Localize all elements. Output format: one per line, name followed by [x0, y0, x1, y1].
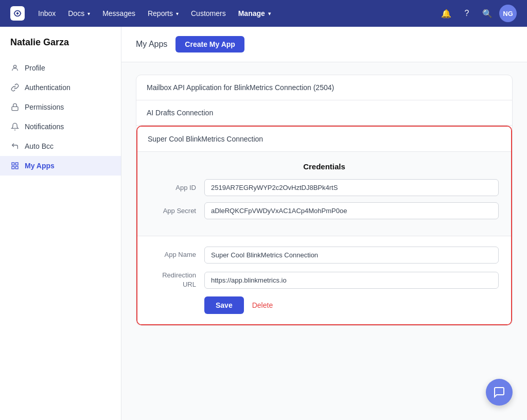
credentials-section: Credentials App ID App Secret: [137, 152, 511, 236]
create-my-app-button[interactable]: Create My App: [175, 36, 244, 52]
page-tab-my-apps[interactable]: My Apps: [136, 40, 167, 49]
svg-rect-5: [12, 166, 14, 169]
main-content: My Apps Create My App Mailbox API Applic…: [121, 27, 527, 420]
help-icon[interactable]: ?: [458, 5, 476, 22]
redirection-input[interactable]: [204, 272, 499, 289]
app-layout: Natalie Garza Profile Authentication Per…: [0, 27, 527, 420]
topnav-icons: 🔔 ? 🔍 NG: [437, 5, 517, 22]
svg-rect-2: [12, 163, 14, 165]
app-name-row: App Name: [150, 247, 499, 264]
sidebar-item-label: Profile: [25, 64, 45, 72]
app-id-row: App ID: [150, 179, 499, 196]
chevron-down-icon: ▾: [268, 11, 271, 16]
redirection-label: RedirectionURL: [150, 271, 196, 289]
content-area: Mailbox API Application for BlinkMetrics…: [121, 62, 527, 338]
logo[interactable]: [10, 6, 25, 21]
app-name-input[interactable]: [204, 247, 499, 264]
person-icon: [10, 63, 20, 73]
svg-rect-4: [15, 166, 18, 169]
actions-row: Save Delete: [150, 296, 499, 314]
notifications-icon[interactable]: 🔔: [437, 5, 455, 22]
svg-rect-3: [15, 163, 18, 165]
sidebar-item-auto-bcc[interactable]: Auto Bcc: [0, 136, 121, 156]
sidebar-item-permissions[interactable]: Permissions: [0, 97, 121, 117]
sidebar: Natalie Garza Profile Authentication Per…: [0, 27, 121, 420]
search-icon[interactable]: 🔍: [479, 5, 496, 22]
app-id-input[interactable]: [204, 179, 499, 196]
app-name-label: App Name: [150, 250, 196, 259]
sidebar-item-label: Notifications: [25, 122, 64, 131]
save-button[interactable]: Save: [204, 296, 244, 314]
app-list: Mailbox API Application for BlinkMetrics…: [136, 75, 513, 326]
sidebar-item-notifications[interactable]: Notifications: [0, 117, 121, 136]
app-secret-input[interactable]: [204, 202, 499, 219]
bell-icon: [10, 122, 20, 131]
app-expanded-title[interactable]: Super Cool BlinkMetrics Connection: [137, 127, 511, 152]
sidebar-item-label: My Apps: [25, 162, 55, 170]
nav-customers[interactable]: Customers: [186, 6, 231, 21]
app-secret-row: App Secret: [150, 202, 499, 219]
grid-icon: [10, 161, 20, 170]
app-id-label: App ID: [150, 184, 196, 191]
app-list-item-2[interactable]: AI Drafts Connection: [136, 100, 512, 126]
chevron-down-icon: ▾: [87, 11, 90, 16]
lock-icon: [10, 102, 20, 112]
redirection-row: RedirectionURL: [150, 271, 499, 289]
sidebar-item-label: Authentication: [25, 83, 71, 92]
app-list-item-1[interactable]: Mailbox API Application for BlinkMetrics…: [136, 75, 512, 100]
delete-button[interactable]: Delete: [252, 301, 273, 309]
user-avatar[interactable]: NG: [499, 5, 517, 22]
sidebar-username: Natalie Garza: [0, 37, 121, 58]
nav-docs[interactable]: Docs ▾: [63, 6, 95, 21]
sidebar-item-profile[interactable]: Profile: [0, 58, 121, 78]
chevron-down-icon: ▾: [176, 11, 179, 16]
nav-manage[interactable]: Manage ▾: [233, 6, 276, 21]
nav-inbox[interactable]: Inbox: [33, 6, 61, 21]
link-icon: [10, 83, 20, 92]
sidebar-item-my-apps[interactable]: My Apps: [0, 156, 121, 176]
credentials-heading: Credentials: [150, 162, 499, 171]
page-header: My Apps Create My App: [121, 27, 527, 62]
app-expanded-item: Super Cool BlinkMetrics Connection Crede…: [136, 126, 512, 325]
svg-point-0: [13, 65, 16, 68]
edit-section: App Name RedirectionURL Save Delete: [137, 236, 511, 324]
nav-messages[interactable]: Messages: [97, 6, 140, 21]
top-navigation: Inbox Docs ▾ Messages Reports ▾ Customer…: [0, 0, 527, 27]
app-secret-label: App Secret: [150, 207, 196, 215]
chat-bubble[interactable]: [486, 379, 513, 406]
reply-icon: [10, 142, 20, 151]
sidebar-item-label: Permissions: [25, 103, 64, 111]
svg-rect-1: [12, 107, 18, 110]
sidebar-item-label: Auto Bcc: [25, 142, 54, 150]
nav-reports[interactable]: Reports ▾: [143, 6, 184, 21]
sidebar-item-authentication[interactable]: Authentication: [0, 78, 121, 97]
